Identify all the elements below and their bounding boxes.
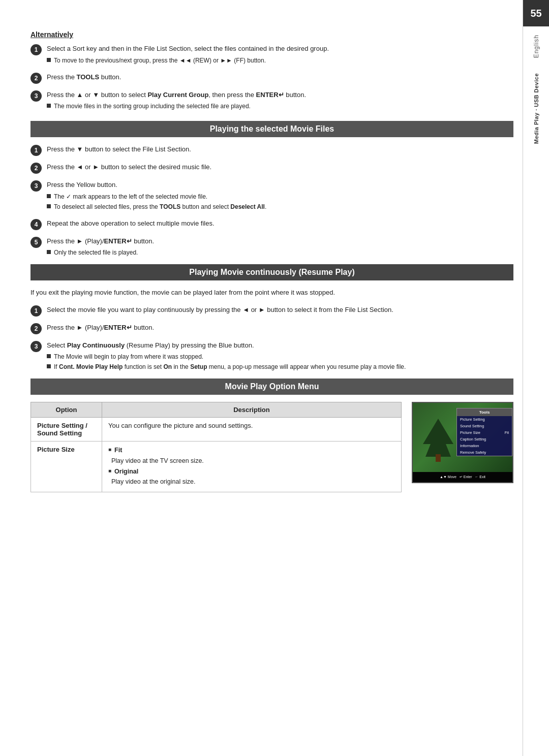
description-col-header: Description (102, 402, 402, 418)
r-step-num-2: 2 (30, 323, 42, 334)
tv-menu-remove-safety: Remove Safety (457, 449, 512, 456)
ps-step-1: 1 Press the ▼ button to select the File … (30, 144, 513, 156)
alt-step-1-bullet-1: To move to the previous/next group, pres… (54, 56, 266, 65)
r-step-1: 1 Select the movie file you want to play… (30, 305, 513, 317)
r-step-num-3: 3 (30, 341, 42, 352)
r-step-3-content: Select Play Continuously (Resume Play) b… (47, 340, 513, 373)
r-step-2-content: Press the ► (Play)/ENTER↵ button. (47, 323, 513, 333)
bullet-icon (47, 364, 51, 368)
alt-step-3-content: Press the ▲ or ▼ button to select Play C… (47, 90, 513, 112)
ps-step-num-2: 2 (30, 163, 42, 174)
tree-graphic (418, 416, 459, 462)
alt-step-2-content: Press the TOOLS button. (47, 72, 513, 82)
alt-step-1: 1 Select a Sort key and then in the File… (30, 44, 513, 66)
ps-step-1-content: Press the ▼ button to select the File Li… (47, 144, 513, 154)
alternatively-steps: 1 Select a Sort key and then in the File… (30, 44, 513, 112)
playing-selected-steps: 1 Press the ▼ button to select the File … (30, 144, 513, 258)
alt-step-3-bullet-1: The movie files in the sorting group inc… (54, 102, 251, 111)
ps-step-num-1: 1 (30, 145, 42, 156)
alternatively-title: Alternatively (30, 30, 513, 39)
ps-step-3-bullet-2: To deselect all selected files, press th… (54, 202, 266, 211)
ps-step-4: 4 Repeat the above operation to select m… (30, 218, 513, 230)
option-menu-section: Movie Play Option Menu Option Descriptio… (30, 379, 513, 492)
option-table: Option Description Picture Setting /Soun… (30, 402, 402, 492)
bullet-icon (47, 250, 51, 254)
page-number: 55 (523, 0, 550, 26)
bullet-icon (47, 104, 51, 108)
bullet-icon (47, 204, 51, 208)
main-content: Alternatively 1 Select a Sort key and th… (30, 30, 513, 726)
option-col-header: Option (31, 402, 102, 418)
tv-screenshot: Tools Picture Setting Sound Setting Pict… (412, 402, 513, 483)
resume-intro: If you exit the playing movie function, … (30, 288, 513, 298)
bullet-icon (47, 194, 51, 198)
step-num-1: 1 (30, 44, 42, 55)
option-menu-header: Movie Play Option Menu (30, 379, 513, 395)
r-step-3-bullet-2: If Cont. Movie Play Help function is set… (54, 362, 406, 371)
ps-step-num-3: 3 (30, 180, 42, 192)
tv-bottom-bar: ▲▼ Move ↵ Enter ← Exit (413, 472, 512, 482)
r-step-3-bullet-1: The Movie will begin to play from where … (54, 352, 203, 361)
tv-menu-caption-setting: Caption Setting (457, 436, 512, 443)
tv-menu-overlay: Tools Picture Setting Sound Setting Pict… (456, 408, 512, 456)
section-playing-header: Playing the selected Movie Files (30, 121, 513, 137)
ps-step-2-content: Press the ◄ or ► button to select the de… (47, 162, 513, 172)
ps-step-5: 5 Press the ► (Play)/ENTER↵ button. Only… (30, 236, 513, 259)
page-container: 55 English Media Play · USB Device Alter… (0, 0, 549, 756)
r-step-1-content: Select the movie file you want to play c… (47, 305, 513, 315)
option-picture-sound: Picture Setting /Sound Setting (31, 418, 102, 442)
section-resume-header: Playing Movie continuously (Resume Play) (30, 264, 513, 280)
r-step-2: 2 Press the ► (Play)/ENTER↵ button. (30, 323, 513, 334)
option-picture-size: Picture Size (31, 442, 102, 492)
ps-step-num-4: 4 (30, 219, 42, 230)
tv-menu-picture-size: Picture SizeFit (457, 429, 512, 436)
step-num-3: 3 (30, 90, 42, 102)
section-alternatively: Alternatively 1 Select a Sort key and th… (30, 30, 513, 112)
right-sidebar: 55 English Media Play · USB Device (523, 0, 549, 756)
tv-menu-picture-setting: Picture Setting (457, 416, 512, 423)
sidebar-english-label: English (533, 35, 540, 58)
tv-menu-sound-setting: Sound Setting (457, 423, 512, 429)
ps-step-5-content: Press the ► (Play)/ENTER↵ button. Only t… (47, 236, 513, 259)
sidebar-media-label: Media Play · USB Device (533, 73, 539, 144)
ps-step-5-bullet-1: Only the selected file is played. (54, 248, 138, 257)
table-row: Picture Size ■ Fit Play video at the TV … (31, 442, 402, 492)
resume-steps: 1 Select the movie file you want to play… (30, 305, 513, 373)
tv-menu-title: Tools (457, 408, 512, 416)
alt-step-2: 2 Press the TOOLS button. (30, 72, 513, 84)
r-step-num-1: 1 (30, 305, 42, 317)
bullet-icon (47, 354, 51, 358)
alt-step-1-content: Select a Sort key and then in the File L… (47, 44, 513, 66)
desc-picture-size: ■ Fit Play video at the TV screen size. … (102, 442, 402, 492)
option-table-wrapper: Option Description Picture Setting /Soun… (30, 402, 513, 492)
alt-step-3: 3 Press the ▲ or ▼ button to select Play… (30, 90, 513, 112)
step-num-2: 2 (30, 73, 42, 84)
ps-step-3: 3 Press the Yellow button. The ✓ mark ap… (30, 180, 513, 212)
bullet-icon (47, 58, 51, 62)
ps-step-2: 2 Press the ◄ or ► button to select the … (30, 162, 513, 174)
tv-nav-hint: ▲▼ Move ↵ Enter ← Exit (440, 475, 485, 479)
ps-step-3-bullet-1: The ✓ mark appears to the left of the se… (54, 192, 207, 201)
ps-step-num-5: 5 (30, 237, 42, 248)
tv-menu-information: Information (457, 443, 512, 449)
ps-step-4-content: Repeat the above operation to select mul… (47, 218, 513, 229)
table-row: Picture Setting /Sound Setting You can c… (31, 418, 402, 442)
ps-step-3-content: Press the Yellow button. The ✓ mark appe… (47, 180, 513, 212)
svg-marker-0 (423, 419, 453, 457)
r-step-3: 3 Select Play Continuously (Resume Play)… (30, 340, 513, 373)
svg-rect-1 (436, 454, 441, 462)
desc-picture-sound: You can configure the picture and sound … (102, 418, 402, 442)
